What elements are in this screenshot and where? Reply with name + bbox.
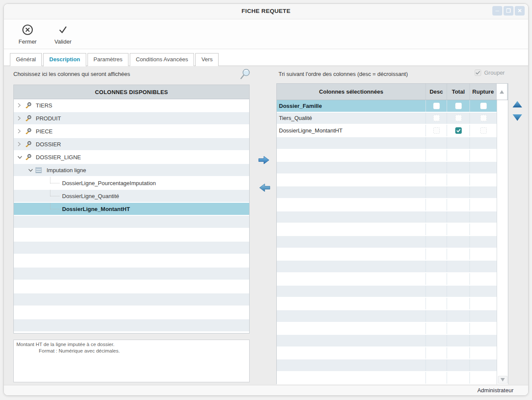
- total-checkbox[interactable]: [447, 113, 470, 124]
- tree-empty-row[interactable]: [14, 255, 249, 268]
- tree-item-label: TIERS: [36, 102, 52, 109]
- chevron-down-icon[interactable]: [17, 155, 22, 159]
- selected-column-empty-row[interactable]: [277, 249, 497, 261]
- chevron-right-icon[interactable]: [17, 129, 22, 134]
- move-up-button[interactable]: [512, 101, 523, 108]
- tab-description[interactable]: Description: [43, 53, 86, 66]
- selected-column-empty-row[interactable]: [277, 224, 497, 236]
- selected-columns-rows: Dossier_FamilleTiers_QualitéDossierLigne…: [277, 100, 497, 384]
- tree-connector: [50, 190, 59, 196]
- tree-item-dossier-ligne[interactable]: DOSSIER_LIGNE: [14, 151, 249, 164]
- selected-column-name: DossierLigne_MontantHT: [277, 125, 426, 136]
- columns-tree: TIERSPRODUITPIECEDOSSIERDOSSIER_LIGNEImp…: [14, 99, 249, 332]
- scrollbar-down-button[interactable]: [498, 376, 507, 384]
- desc-checkbox[interactable]: [426, 113, 447, 124]
- rupture-checkbox[interactable]: [470, 125, 497, 136]
- tree-empty-row[interactable]: [14, 242, 249, 255]
- tab-strip: GénéralDescriptionParamètresConditions A…: [4, 49, 528, 66]
- chevron-down-icon[interactable]: [28, 168, 33, 172]
- rupture-checkbox[interactable]: [470, 113, 497, 124]
- desc-checkbox[interactable]: [426, 100, 447, 112]
- chevron-right-icon[interactable]: [17, 103, 22, 108]
- selected-column-empty-row[interactable]: [277, 186, 497, 199]
- selected-column-empty-row[interactable]: [277, 236, 497, 249]
- tree-item-imputation-ligne[interactable]: Imputation ligne: [14, 164, 249, 177]
- tree-item-label: DossierLigne_Quantité: [62, 193, 119, 199]
- available-columns-panel: COLONNES DISPONIBLES TIERSPRODUITPIECEDO…: [13, 85, 250, 334]
- selected-column-empty-row[interactable]: [277, 211, 497, 224]
- selected-column-empty-row[interactable]: [277, 273, 497, 286]
- minimize-button[interactable]: ─: [492, 6, 502, 16]
- selected-column-empty-row[interactable]: [277, 335, 497, 347]
- selected-column-empty-row[interactable]: [277, 347, 497, 360]
- move-down-button[interactable]: [512, 114, 523, 121]
- tree-empty-row[interactable]: [14, 319, 249, 332]
- tab-param-tres[interactable]: Paramètres: [88, 53, 128, 66]
- selected-column-empty-row[interactable]: [277, 310, 497, 323]
- scrollbar-up-button[interactable]: [497, 84, 507, 100]
- magnifier-icon[interactable]: [238, 68, 251, 82]
- total-checkbox[interactable]: [447, 125, 470, 136]
- selected-column-row-dossier-famille[interactable]: Dossier_Famille: [277, 100, 497, 113]
- selected-column-empty-row[interactable]: [277, 137, 497, 150]
- selected-column-row-dossierligne-montantht[interactable]: DossierLigne_MontantHT: [277, 125, 497, 137]
- content-area: Choisissez ici les colonnes qui seront a…: [4, 66, 528, 385]
- available-columns-header: COLONNES DISPONIBLES: [14, 85, 249, 99]
- selected-column-empty-row[interactable]: [277, 174, 497, 187]
- tree-item-label: Imputation ligne: [47, 167, 86, 173]
- key-icon: [25, 128, 33, 135]
- selected-column-empty-row[interactable]: [277, 261, 497, 273]
- window-controls: ─❐✕: [492, 6, 525, 16]
- tree-item-piece[interactable]: PIECE: [14, 125, 249, 138]
- selected-column-empty-row[interactable]: [277, 323, 497, 335]
- right-instruction: Tri suivant l'ordre des colonnes (desc =…: [279, 71, 408, 77]
- grouper-label: Grouper: [484, 69, 505, 76]
- arrow-right-icon[interactable]: [257, 155, 270, 165]
- tree-item-label: DOSSIER_LIGNE: [36, 154, 81, 161]
- selected-column-empty-row[interactable]: [277, 286, 497, 298]
- chevron-right-icon[interactable]: [17, 116, 22, 121]
- tab-vers[interactable]: Vers: [195, 53, 219, 66]
- selected-column-empty-row[interactable]: [277, 372, 497, 384]
- selected-columns-header-row: Colonnes sélectionnées Desc Total Ruptur…: [277, 84, 508, 100]
- selected-column-empty-row[interactable]: [277, 150, 497, 162]
- fermer-button[interactable]: Fermer: [10, 21, 45, 47]
- key-icon: [25, 102, 33, 109]
- tree-empty-row[interactable]: [14, 216, 249, 229]
- maximize-button[interactable]: ❐: [504, 6, 513, 16]
- tree-empty-row[interactable]: [14, 268, 249, 280]
- selected-column-empty-row[interactable]: [277, 199, 497, 211]
- tree-empty-row[interactable]: [14, 306, 249, 319]
- column-header-rupture: Rupture: [470, 84, 497, 100]
- table-scrollbar[interactable]: [497, 100, 508, 384]
- selected-column-name: Tiers_Qualité: [277, 113, 426, 124]
- tree-item-dossierligne-quantit[interactable]: DossierLigne_Quantité: [14, 190, 249, 203]
- desc-checkbox[interactable]: [426, 125, 447, 136]
- close-button[interactable]: ✕: [515, 6, 525, 16]
- valider-button[interactable]: Valider: [45, 21, 81, 47]
- total-checkbox[interactable]: [447, 100, 470, 112]
- tree-empty-row[interactable]: [14, 280, 249, 293]
- title-bar: FICHE REQUETE ─❐✕: [4, 4, 528, 19]
- arrow-left-icon[interactable]: [258, 183, 271, 193]
- tree-item-dossierligne-montantht[interactable]: DossierLigne_MontantHT: [14, 203, 249, 216]
- tree-empty-row[interactable]: [14, 293, 249, 306]
- tab-g-n-ral[interactable]: Général: [10, 53, 42, 66]
- tree-item-dossier[interactable]: DOSSIER: [14, 138, 249, 151]
- key-icon: [25, 115, 33, 122]
- selected-column-empty-row[interactable]: [277, 162, 497, 174]
- tree-item-dossierligne-pourcentageimputation[interactable]: DossierLigne_PourcentageImputation: [14, 177, 249, 190]
- tree-item-tiers[interactable]: TIERS: [14, 99, 249, 112]
- selected-column-empty-row[interactable]: [277, 298, 497, 310]
- close-circle-icon: [22, 24, 34, 36]
- chevron-right-icon[interactable]: [17, 142, 22, 147]
- selected-column-empty-row[interactable]: [277, 359, 497, 372]
- selected-column-row-tiers-qualit[interactable]: Tiers_Qualité: [277, 113, 497, 125]
- tree-empty-row[interactable]: [14, 229, 249, 242]
- tree-item-produit[interactable]: PRODUIT: [14, 112, 249, 125]
- grouper-checkbox-box[interactable]: [475, 69, 481, 76]
- tab-conditions-avanc-es[interactable]: Conditions Avancées: [130, 53, 194, 66]
- rupture-checkbox[interactable]: [470, 100, 497, 112]
- grouper-checkbox[interactable]: Grouper: [475, 69, 505, 76]
- column-header-name: Colonnes sélectionnées: [277, 84, 426, 100]
